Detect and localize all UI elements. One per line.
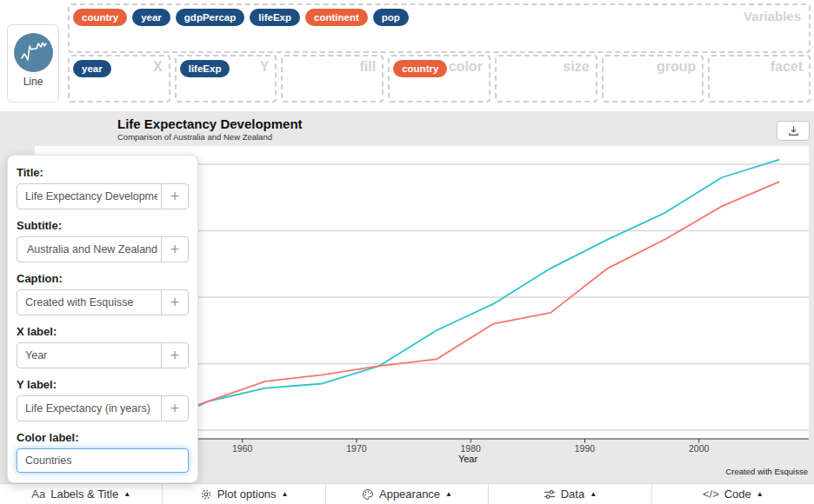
variable-pill-gdpPercap[interactable]: gdpPercap	[176, 9, 244, 26]
dropzone-group[interactable]: group	[602, 55, 704, 103]
field-y-label: Y label:+	[17, 378, 189, 421]
subtitle-input-group: +	[17, 236, 189, 262]
chart-title: Life Expectancy Development	[117, 116, 303, 131]
x-tick-label: 1980	[461, 443, 482, 454]
variable-pill-year[interactable]: year	[73, 60, 111, 77]
color-label-label: Color label:	[17, 431, 189, 444]
title-input[interactable]	[17, 183, 162, 209]
title-label: Title:	[17, 166, 189, 179]
add-y-label-button[interactable]: +	[161, 395, 189, 421]
tab-labels-title[interactable]: AaLabels & Title▲	[0, 484, 162, 504]
x-tick-label: 1970	[346, 443, 367, 454]
variable-pill-lifeExp[interactable]: lifeExp	[180, 60, 230, 77]
x-tick-label: 1990	[575, 443, 596, 454]
dropzone-color[interactable]: colorcountry	[388, 55, 490, 103]
code-icon: </>	[703, 487, 719, 501]
esquisse-app: Line Variables countryyeargdpPercaplifeE…	[0, 0, 814, 504]
collapse-arrow-icon: ▲	[757, 490, 764, 498]
dropzone-facet[interactable]: facet	[708, 55, 811, 103]
field-title: Title:+	[17, 166, 189, 209]
variable-pill-country[interactable]: country	[393, 60, 447, 77]
dropzone-label-X: X	[153, 59, 163, 75]
variable-pill-continent[interactable]: continent	[305, 9, 368, 26]
dropzone-Y[interactable]: YlifeExp	[175, 55, 277, 103]
chart-type-label: Line	[8, 76, 58, 88]
chart-builder-bar: Line Variables countryyeargdpPercaplifeE…	[0, 0, 814, 113]
chart-subtitle: Comparison of Australia and New Zealand	[117, 132, 272, 142]
dropzone-size[interactable]: size	[495, 55, 597, 103]
tab-label-appearance: Appearance	[379, 487, 440, 501]
dropzone-label-group: group	[657, 59, 696, 75]
tab-data[interactable]: Data▲	[488, 484, 651, 504]
dropzone-label-size: size	[563, 59, 589, 75]
color-label-input-group	[17, 448, 189, 473]
tab-label-data: Data	[561, 487, 584, 501]
variable-pill-country[interactable]: country	[73, 9, 127, 26]
add-title-button[interactable]: +	[161, 183, 189, 209]
tab-appearance[interactable]: Appearance▲	[325, 484, 488, 504]
add-subtitle-button[interactable]: +	[161, 236, 189, 262]
tab-plot-options[interactable]: Plot options▲	[162, 484, 324, 504]
palette-icon	[362, 488, 374, 501]
download-plot-button[interactable]	[777, 121, 810, 141]
x-label-input[interactable]	[17, 342, 162, 368]
variable-pill-pop[interactable]: pop	[373, 9, 409, 26]
line-chart-icon	[14, 33, 53, 72]
field-x-label: X label:+	[17, 325, 189, 368]
caption-input[interactable]	[17, 289, 162, 315]
text-format-icon: Aa	[31, 487, 45, 501]
add-x-label-button[interactable]: +	[161, 342, 189, 368]
tab-label-labels-title: Labels & Title	[50, 487, 118, 501]
chart-type-button[interactable]: Line	[7, 24, 59, 103]
title-input-group: +	[17, 183, 189, 209]
collapse-arrow-icon: ▲	[282, 490, 289, 498]
x-axis-label: Year	[458, 454, 478, 464]
dropzone-label-Y: Y	[260, 59, 270, 75]
collapse-arrow-icon: ▲	[445, 490, 452, 498]
field-color-label: Color label:	[17, 431, 189, 473]
chart-caption: Created with Esquisse	[725, 467, 808, 476]
dropzone-label-facet: facet	[771, 59, 803, 75]
x-label-label: X label:	[17, 325, 189, 338]
tab-code[interactable]: </>Code▲	[651, 484, 814, 504]
collapse-arrow-icon: ▲	[590, 490, 597, 498]
tab-label-code: Code	[724, 487, 751, 501]
variables-zone-label: Variables	[744, 9, 801, 23]
dropzone-X[interactable]: Xyear	[68, 55, 170, 103]
x-tick-label: 2000	[689, 443, 710, 454]
subtitle-input[interactable]	[17, 236, 162, 262]
x-label-input-group: +	[17, 342, 189, 368]
y-label-label: Y label:	[17, 378, 189, 391]
variables-dropzone[interactable]: Variables countryyeargdpPercaplifeExpcon…	[68, 3, 811, 53]
download-icon	[787, 124, 800, 137]
y-label-input-group: +	[17, 395, 189, 421]
add-caption-button[interactable]: +	[161, 289, 189, 315]
variable-pill-lifeExp[interactable]: lifeExp	[250, 9, 300, 26]
field-caption: Caption:+	[17, 272, 189, 315]
labels-title-panel: Title:+Subtitle:+Caption:+X label:+Y lab…	[7, 155, 198, 483]
dropzone-label-fill: fill	[359, 59, 376, 75]
tab-label-plot-options: Plot options	[217, 487, 277, 501]
collapse-arrow-icon: ▲	[123, 490, 130, 498]
x-tick-label: 1960	[232, 443, 253, 454]
aesthetic-dropzones: XyearYlifeExpfillcolorcountrysizegroupfa…	[68, 55, 811, 103]
variable-pill-row: countryyeargdpPercaplifeExpcontinentpop	[73, 9, 409, 26]
color-label-input[interactable]	[17, 448, 189, 473]
dropzone-label-color: color	[449, 59, 483, 75]
field-subtitle: Subtitle:+	[17, 219, 189, 262]
caption-label: Caption:	[17, 272, 189, 285]
sliders-icon	[544, 488, 556, 501]
dropzone-fill[interactable]: fill	[281, 55, 384, 103]
y-label-input[interactable]	[17, 395, 162, 421]
caption-input-group: +	[17, 289, 189, 315]
gear-icon	[200, 488, 212, 501]
variable-pill-year[interactable]: year	[132, 9, 170, 26]
options-tab-bar: AaLabels & Title▲Plot options▲Appearance…	[0, 483, 814, 504]
subtitle-label: Subtitle:	[17, 219, 189, 232]
